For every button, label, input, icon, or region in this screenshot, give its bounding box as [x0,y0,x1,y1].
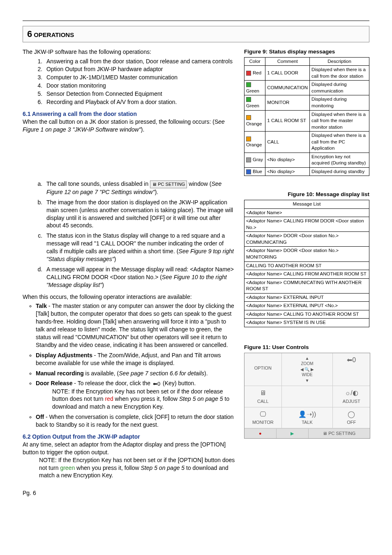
section-header: 6 OPERATIONS [23,26,369,42]
table-row: <Adaptor Name> EXTERNAL INPUT [244,293,369,302]
sub62-note: NOTE: If the Encryption Key has not been… [39,456,236,480]
swatch-green [246,97,251,102]
step-c: The status icon in the Status display wi… [44,232,236,263]
step-d: A message will appear in the Message dis… [44,266,236,289]
section-title: OPERATIONS [34,31,74,38]
pc-setting-button[interactable]: 🖥 PC SETTING [150,180,187,188]
th-color: Color [244,57,265,66]
pan-tilt-pad[interactable] [282,386,333,407]
interactions-intro: When this occurs, the following operator… [23,293,236,301]
table-row: <Adaptor Name> DOOR <Door station No.> M… [244,247,369,261]
list-item: Recording and Playback of A/V from a doo… [44,98,236,106]
msg-header: Message List [244,200,369,209]
sub62-p1: At any time, select an adaptor from the … [23,441,236,456]
swatch-blue [246,169,251,174]
sub-heading-6-1: 6.1 Answering a call from the door stati… [23,110,236,118]
table-row: <Adaptor Name> [244,208,369,217]
bullet-manual: Manual recording is available, (See page… [36,370,236,377]
table-row: <Adaptor Name> SYSTEM IS IN USE [244,319,369,327]
talk-button[interactable]: 👤➝))TALK [282,407,333,428]
figure-10-caption: Figure 10: Message display list [244,191,369,198]
user-controls-panel: OPTION ▲ZOOM◀ 🔍 ▶WIDE▼ ⬅0 🖥CALL ☼/◐ADJUS… [244,353,370,439]
list-item: Answering a call from the door station, … [44,58,236,65]
steps-list: The call tone sounds, unless disabled in… [23,180,236,289]
th-description: Description [310,57,369,66]
table-row: <Adaptor Name> DOOR <Door station No.> C… [244,232,369,247]
operations-list: Answering a call from the door station, … [23,58,236,106]
table-row: <Adaptor Name> COMMUNICATING WITH ANOTHE… [244,278,369,293]
table-row: Orange1 CALL ROOM STDisplayed when there… [244,110,369,132]
page-number: Pg. 6 [23,489,369,497]
table-row: Gray<No display>Encryption key not acqui… [244,153,369,167]
table-row: <Adaptor Name> EXTERNAL INPUT <No.> [244,302,369,310]
table-row: CALLING TO ANOTHER ROOM ST [244,261,369,270]
list-item: Option Output from JKW-IP hardware adapt… [44,65,236,73]
call-button[interactable]: 🖥CALL [244,386,282,407]
swatch-gray [246,157,251,162]
intro-text: The JKW-IP software has the following op… [23,48,236,56]
record-button[interactable]: ● [244,429,277,438]
swatch-red [246,71,251,76]
swatch-orange [246,136,251,141]
play-button[interactable]: ▶ [277,429,309,438]
off-button[interactable]: ◯OFF [333,407,370,428]
monitor-button[interactable]: 🖵MONITOR [244,407,282,428]
table-row: GreenCOMMUNICATIONDisplayed during commu… [244,81,369,95]
table-row: Red1 CALL DOORDisplayed when there is a … [244,66,369,81]
table-row: OrangeCALLDisplayed when there is a call… [244,132,369,153]
swatch-green [246,82,251,87]
zoom-pad[interactable]: ▲ZOOM◀ 🔍 ▶WIDE▼ [282,353,333,386]
table-row: GreenMONITORDisplayed during monitoring [244,95,369,110]
table-row: Blue<No display>Displayed during standby [244,167,369,176]
adjust-button[interactable]: ☼/◐ADJUST [333,386,370,407]
list-item: Door station monitoring [44,82,236,90]
pc-setting-footer-button[interactable]: 🖥 PC SETTING [309,429,370,438]
option-button[interactable]: OPTION [244,353,282,386]
table-row: <Adaptor Name> CALLING TO ANOTHER ROOM S… [244,310,369,319]
list-item: Sensor Detection from Connected Equipmen… [44,90,236,98]
figure-11-caption: Figure 11: User Controls [244,344,369,351]
interactions-list: Talk - The master station or any compute… [23,302,236,429]
figure-9-caption: Figure 9: Status display messages [244,48,369,56]
section-number: 6 [27,29,32,39]
bullet-door: Door Release - To release the door, clic… [36,379,236,411]
table-row: <Adaptor Name> CALLING FROM ANOTHER ROOM… [244,270,369,279]
bullet-off: Off - When the conversation is complete,… [36,413,236,429]
message-table: Message List <Adaptor Name> <Adaptor Nam… [244,200,369,327]
key-icon[interactable]: ⬅0 [152,380,161,388]
step-b: The image from the door station is displ… [44,199,236,230]
bullet-talk: Talk - The master station or any compute… [36,302,236,349]
door-note: NOTE: If the Encryption Key has not been… [52,388,236,411]
sub61-intro: When the call button on a JK door statio… [23,118,236,134]
th-comment: Comment [265,57,310,66]
swatch-orange [246,115,251,120]
sub-heading-6-2: 6.2 Option Output from the JKW-IP adapto… [23,433,236,441]
list-item: Computer to JK-1MD/1MED Master communica… [44,74,236,81]
status-table: Color Comment Description Red1 CALL DOOR… [244,57,369,176]
key-button[interactable]: ⬅0 [333,353,370,386]
bullet-display: Display Adjustments - The Zoom/Wide, Adj… [36,352,236,367]
step-a: The call tone sounds, unless disabled in… [44,180,236,196]
table-row: <Adaptor Name> CALLING FROM DOOR <Door s… [244,217,369,232]
